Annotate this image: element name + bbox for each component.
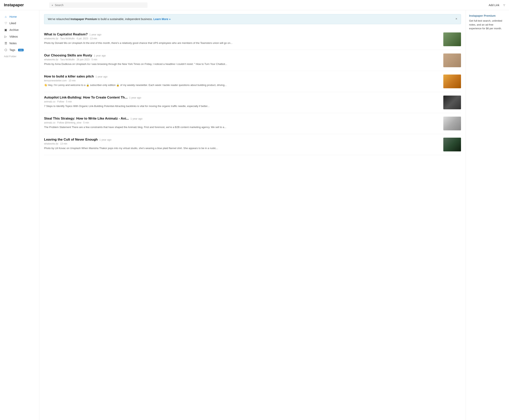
article-time: 1 year ago — [89, 33, 101, 36]
article-title: Our Choosing Skills are Rusty — [44, 53, 92, 57]
sidebar-item-videos[interactable]: ▷ Videos — [0, 33, 39, 40]
article-title-row: Steal This Strategy: How to Write Like A… — [44, 117, 440, 120]
banner-text-before: We've relaunched — [48, 17, 70, 21]
article-item[interactable]: Steal This Strategy: How to Write Like A… — [44, 113, 461, 134]
article-title-row: Our Choosing Skills are Rusty 1 year ago — [44, 53, 440, 57]
article-list: What is Capitalist Realism? 1 year ago w… — [44, 29, 461, 155]
article-title: What is Capitalist Realism? — [44, 32, 88, 36]
sidebar-item-notes[interactable]: ☰ Notes — [0, 40, 39, 47]
video-icon: ▷ — [4, 35, 8, 38]
new-badge: new — [18, 49, 24, 51]
archive-icon: ▣ — [4, 28, 8, 32]
home-icon: ⌂ — [4, 15, 8, 18]
article-item[interactable]: How to build a killer sales pitch 1 year… — [44, 71, 461, 92]
banner-learn-more-link[interactable]: Learn More » — [153, 17, 171, 21]
article-title: Steal This Strategy: How to Write Like A… — [44, 117, 129, 120]
sidebar: ⌂ Home ♡ Liked ▣ Archive ▷ Videos ☰ Note… — [0, 10, 39, 420]
article-excerpt: The Problem Statement There are a few co… — [44, 125, 440, 129]
article-content: Autopilot Link-Building: How To Create C… — [44, 96, 440, 108]
article-time: 1 year ago — [94, 54, 106, 57]
promo-banner: We've relaunched Instapaper Premium to b… — [44, 14, 461, 24]
article-title: Leaving the Cult of Never Enough — [44, 138, 98, 142]
article-item[interactable]: What is Capitalist Realism? 1 year ago w… — [44, 29, 461, 50]
sidebar-item-archive-label: Archive — [9, 28, 19, 31]
article-content: Our Choosing Skills are Rusty 1 year ago… — [44, 53, 440, 66]
tags-icon: ⬡ — [4, 48, 8, 52]
main-layout: ⌂ Home ♡ Liked ▣ Archive ▷ Videos ☰ Note… — [0, 10, 509, 420]
article-excerpt: 👋 Hey, I'm Lenny and welcome to a 🔒 subs… — [44, 83, 440, 87]
article-thumbnail — [443, 138, 461, 151]
article-excerpt: 7 Steps to Identify Topics With Organic … — [44, 104, 440, 108]
sidebar-item-videos-label: Videos — [9, 35, 18, 38]
article-item[interactable]: Our Choosing Skills are Rusty 1 year ago… — [44, 50, 461, 71]
logo: Instapaper — [4, 3, 43, 7]
article-thumbnail — [443, 32, 461, 46]
article-excerpt: Photo by Anna Dudkova on Unsplash As I w… — [44, 62, 440, 66]
sidebar-item-archive[interactable]: ▣ Archive — [0, 27, 39, 33]
sidebar-right: Instapaper Premium Get full-text search,… — [466, 10, 509, 420]
top-bar-right: Add Link ▽ — [487, 3, 505, 8]
article-title-row: How to build a killer sales pitch 1 year… — [44, 75, 440, 78]
article-content: What is Capitalist Realism? 1 year ago w… — [44, 32, 440, 45]
article-time: 1 year ago — [95, 75, 107, 78]
article-excerpt: Photo by Donald Wu on Unsplash At the en… — [44, 41, 440, 45]
sidebar-item-home[interactable]: ⌂ Home — [0, 13, 39, 20]
search-bar[interactable]: ● — [49, 2, 147, 8]
article-item[interactable]: Leaving the Cult of Never Enough 1 year … — [44, 134, 461, 155]
sidebar-item-notes-label: Notes — [9, 42, 17, 45]
article-title-row: Leaving the Cult of Never Enough 1 year … — [44, 138, 440, 142]
search-icon: ● — [52, 4, 53, 7]
search-input[interactable] — [55, 4, 145, 7]
article-time: 1 year ago — [129, 96, 141, 99]
sidebar-item-liked[interactable]: ♡ Liked — [0, 20, 39, 27]
article-thumbnail — [443, 53, 461, 67]
add-folder-button[interactable]: Add Folder — [0, 53, 39, 59]
article-thumbnail — [443, 96, 461, 109]
heart-icon: ♡ — [4, 22, 8, 25]
premium-description: Get full-text search, unlimited notes, a… — [469, 19, 506, 30]
article-title: Autopilot Link-Building: How To Create C… — [44, 96, 128, 99]
article-content: Steal This Strategy: How to Write Like A… — [44, 117, 440, 129]
article-meta: animalz.co · Follow · 5 min — [44, 100, 440, 103]
content-area: We've relaunched Instapaper Premium to b… — [39, 10, 466, 420]
article-meta: whatworks.fyi · Tara McMullin · 6 juil. … — [44, 37, 440, 40]
sidebar-item-liked-label: Liked — [9, 22, 16, 25]
banner-text-after: to build a sustainable, independent busi… — [97, 17, 153, 21]
banner-close-button[interactable]: × — [456, 17, 457, 21]
article-title-row: Autopilot Link-Building: How To Create C… — [44, 96, 440, 99]
banner-brand: Instapaper Premium — [70, 17, 97, 21]
article-title-row: What is Capitalist Realism? 1 year ago — [44, 32, 440, 36]
app-layout: Instapaper ● Add Link ▽ ⌂ Home ♡ Liked ▣… — [0, 0, 509, 420]
premium-title: Instapaper Premium — [469, 14, 506, 17]
banner-text: We've relaunched Instapaper Premium to b… — [48, 17, 171, 21]
article-meta: animalz.co · Follow @thinking_slow · 5 m… — [44, 121, 440, 124]
article-item[interactable]: Autopilot Link-Building: How To Create C… — [44, 92, 461, 113]
notes-icon: ☰ — [4, 41, 8, 45]
article-content: Leaving the Cult of Never Enough 1 year … — [44, 138, 440, 150]
article-thumbnail — [443, 117, 461, 130]
add-link-button[interactable]: Add Link — [487, 3, 501, 8]
article-thumbnail — [443, 75, 461, 88]
top-bar: Instapaper ● Add Link ▽ — [0, 0, 509, 10]
sidebar-item-tags[interactable]: ⬡ Tags new — [0, 47, 39, 53]
article-meta: lennysnewsletter.com · 10 min — [44, 79, 440, 82]
article-excerpt: Photo by Lili Kovac on Unsplash When Man… — [44, 146, 440, 150]
article-time: 1 year ago — [99, 138, 111, 141]
article-meta: whatworks.fyi · Tara McMullin · 26 juin … — [44, 58, 440, 61]
article-time: 1 year ago — [130, 117, 142, 120]
dropdown-arrow-icon[interactable]: ▽ — [503, 4, 505, 7]
article-title: How to build a killer sales pitch — [44, 75, 94, 78]
sidebar-item-home-label: Home — [9, 15, 17, 18]
article-meta: whatworks.fyi · 13 min — [44, 142, 440, 145]
sidebar-item-tags-label: Tags — [9, 48, 15, 52]
article-content: How to build a killer sales pitch 1 year… — [44, 75, 440, 87]
